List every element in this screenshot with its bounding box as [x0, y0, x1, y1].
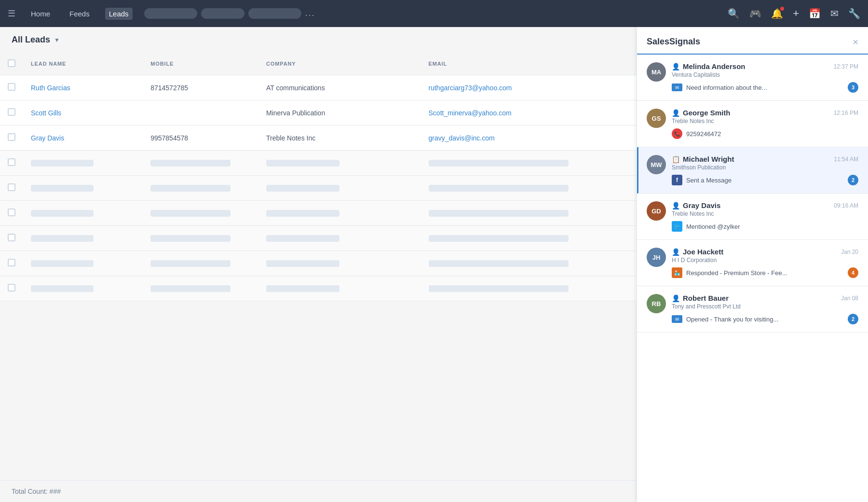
- signal-avatar: RB: [647, 294, 666, 313]
- signal-info: 👤 Robert Bauer Jan 08 Tony and Presscott…: [672, 294, 858, 324]
- signal-time: Jan 20: [841, 249, 858, 255]
- row-checkbox-0[interactable]: [8, 83, 15, 91]
- signals-header: SalesSignals ×: [637, 27, 868, 55]
- lead-mobile-2: 9957854578: [143, 126, 258, 151]
- signal-item[interactable]: GS 👤 George Smith 12:16 PM Treble Notes …: [637, 101, 868, 147]
- skeleton-row: [0, 251, 637, 276]
- lead-email-0[interactable]: ruthgarciarg73@yahoo.com: [429, 84, 512, 92]
- filter-dropdown-icon[interactable]: ▼: [54, 37, 60, 43]
- nav-tab-2[interactable]: [201, 8, 244, 19]
- signal-action: ✉ Opened - Thank you for visiting... 2: [672, 314, 858, 324]
- signal-company: Ventura Capitalists: [672, 71, 858, 78]
- signal-time: 12:16 PM: [834, 110, 858, 116]
- lead-email-2[interactable]: gravy_davis@inc.com: [429, 134, 495, 142]
- signal-badge: 2: [848, 175, 858, 185]
- signal-item[interactable]: JH 👤 Joe Hackett Jan 20 H I D Corporatio…: [637, 240, 868, 286]
- mail-signal-icon: ✉: [672, 315, 682, 323]
- game-icon[interactable]: 🎮: [749, 8, 761, 19]
- lead-name-2[interactable]: Gray Davis: [31, 134, 64, 142]
- signal-name: Joe Hackett: [683, 248, 723, 256]
- signal-action-text: Mentioned @zylker: [686, 223, 858, 230]
- lead-company-0: AT communications: [258, 75, 421, 100]
- mail-icon[interactable]: ✉: [830, 8, 839, 19]
- lead-mobile-0: 8714572785: [143, 75, 258, 100]
- signal-action-text: Responded - Premium Store - Fee...: [686, 269, 844, 277]
- nav-home[interactable]: Home: [27, 8, 54, 20]
- person-icon: 👤: [672, 63, 680, 70]
- signal-item[interactable]: RB 👤 Robert Bauer Jan 08 Tony and Pressc…: [637, 286, 868, 333]
- signal-info: 📋 Michael Wright 11:54 AM Smithson Publi…: [672, 155, 858, 185]
- skeleton-row: [0, 276, 637, 301]
- close-button[interactable]: ×: [853, 37, 858, 47]
- lead-name-1[interactable]: Scott Gills: [31, 109, 61, 117]
- skeleton-checkbox-3[interactable]: [8, 234, 15, 241]
- nav-tabs: ...: [144, 8, 717, 19]
- col-company: COMPANY: [258, 53, 421, 75]
- signal-company: Treble Notes Inc: [672, 210, 858, 217]
- signal-time: Jan 08: [841, 295, 858, 302]
- signal-item[interactable]: MA 👤 Melinda Anderson 12:37 PM Ventura C…: [637, 55, 868, 101]
- mail-signal-icon: ✉: [672, 84, 682, 91]
- lead-email-1[interactable]: Scott_minerva@yahoo.com: [429, 109, 512, 117]
- header-checkbox-col: [0, 53, 23, 75]
- select-all-checkbox[interactable]: [8, 59, 15, 67]
- signal-action-text: 9259246472: [686, 130, 858, 138]
- nav-right-icons: 🔍 🎮 🔔 + 📅 ✉ 🔧: [728, 7, 860, 20]
- signal-time: 09:16 AM: [834, 202, 858, 209]
- signal-item[interactable]: GD 👤 Gray Davis 09:16 AM Treble Notes In…: [637, 194, 868, 240]
- skeleton-row: [0, 226, 637, 251]
- wrench-icon[interactable]: 🔧: [848, 8, 860, 19]
- signal-info: 👤 Joe Hackett Jan 20 H I D Corporation 🏪…: [672, 248, 858, 278]
- nav-more-icon[interactable]: ...: [305, 8, 315, 19]
- skeleton-checkbox-0[interactable]: [8, 158, 15, 166]
- bell-icon[interactable]: 🔔: [771, 8, 783, 19]
- signal-company: H I D Corporation: [672, 257, 858, 264]
- nav-feeds[interactable]: Feeds: [66, 8, 94, 20]
- skeleton-checkbox-5[interactable]: [8, 284, 15, 292]
- search-icon[interactable]: 🔍: [728, 8, 740, 19]
- signal-time: 11:54 AM: [834, 156, 858, 163]
- signal-company: Treble Notes Inc: [672, 118, 858, 125]
- signals-panel: SalesSignals × MA 👤 Melinda Anderson 12:…: [637, 27, 868, 502]
- table-row: Scott Gills Minerva Publication Scott_mi…: [0, 100, 637, 126]
- leads-table-wrap: LEAD NAME MOBILE COMPANY EMAIL Ruth Garc…: [0, 53, 637, 480]
- hamburger-icon[interactable]: ☰: [8, 8, 15, 19]
- skeleton-checkbox-1[interactable]: [8, 183, 15, 191]
- signals-list: MA 👤 Melinda Anderson 12:37 PM Ventura C…: [637, 55, 868, 502]
- signal-action-text: Opened - Thank you for visiting...: [686, 316, 844, 323]
- person-icon: 👤: [672, 202, 680, 209]
- signal-action: 🏪 Responded - Premium Store - Fee... 4: [672, 267, 858, 278]
- row-checkbox-2[interactable]: [8, 133, 15, 141]
- skeleton-checkbox-4[interactable]: [8, 259, 15, 266]
- leads-header: All Leads ▼: [0, 27, 637, 53]
- phone-signal-icon: 📞: [672, 128, 682, 139]
- lead-company-1: Minerva Publication: [258, 100, 421, 126]
- person-icon: 👤: [672, 294, 680, 302]
- signal-avatar: JH: [647, 248, 666, 267]
- signal-company: Smithson Publication: [672, 164, 858, 171]
- nav-tab-3[interactable]: [248, 8, 301, 19]
- calendar-icon[interactable]: 📅: [809, 8, 821, 19]
- nav-tab-1[interactable]: [144, 8, 197, 19]
- skeleton-checkbox-2[interactable]: [8, 209, 15, 216]
- signal-info: 👤 Gray Davis 09:16 AM Treble Notes Inc 🐦…: [672, 201, 858, 232]
- row-checkbox-1[interactable]: [8, 108, 15, 116]
- twitter-signal-icon: 🐦: [672, 221, 682, 232]
- nav-leads[interactable]: Leads: [105, 8, 133, 20]
- table-row: Ruth Garcias 8714572785 AT communication…: [0, 75, 637, 100]
- facebook-signal-icon: f: [672, 175, 682, 185]
- signal-item[interactable]: MW 📋 Michael Wright 11:54 AM Smithson Pu…: [637, 147, 868, 194]
- signal-time: 12:37 PM: [834, 63, 858, 70]
- signal-avatar: MA: [647, 62, 666, 82]
- skeleton-row: [0, 151, 637, 176]
- signal-name: Gray Davis: [683, 201, 720, 209]
- signal-info: 👤 George Smith 12:16 PM Treble Notes Inc…: [672, 109, 858, 139]
- col-email: EMAIL: [421, 53, 637, 75]
- lead-name-0[interactable]: Ruth Garcias: [31, 84, 70, 92]
- person-icon: 📋: [672, 155, 680, 163]
- plus-icon[interactable]: +: [793, 7, 799, 20]
- col-mobile: MOBILE: [143, 53, 258, 75]
- store-signal-icon: 🏪: [672, 267, 682, 278]
- signal-avatar: GS: [647, 109, 666, 128]
- skeleton-row: [0, 176, 637, 201]
